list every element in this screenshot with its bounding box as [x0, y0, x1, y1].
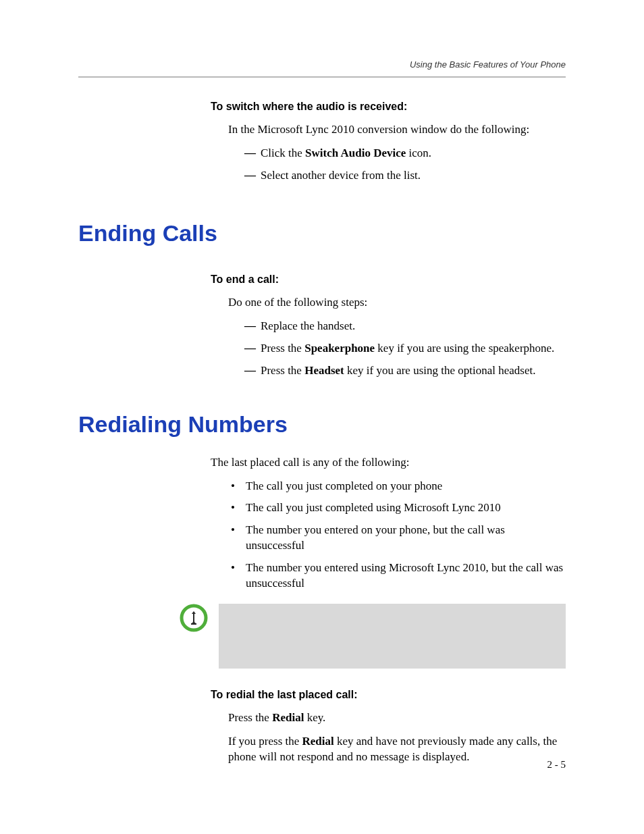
text-fragment: Press the [261, 364, 304, 377]
list-item: Click the Switch Audio Device icon. [244, 146, 566, 161]
bold-term: Redial [302, 735, 334, 748]
text-fragment: Press the [261, 342, 304, 355]
intro-switch-audio: In the Microsoft Lync 2010 conversion wi… [228, 122, 566, 138]
procedure-title-redial: To redial the last placed call: [211, 689, 566, 701]
list-item: The number you entered using Microsoft L… [231, 561, 566, 592]
page-number: 2 - 5 [547, 759, 566, 771]
bold-term: Switch Audio Device [305, 147, 406, 159]
text-fragment: Click the [261, 147, 305, 159]
bold-term: Redial [272, 711, 304, 724]
list-item: The number you entered on your phone, bu… [231, 523, 566, 554]
running-header: Using the Basic Features of Your Phone [78, 59, 566, 78]
list-item: The call you just completed on your phon… [231, 479, 566, 494]
intro-end-call: Do one of the following steps: [228, 295, 566, 311]
list-item: Replace the handset. [244, 319, 566, 334]
list-item: Press the Speakerphone key if you are us… [244, 341, 566, 357]
list-item: Press the Headset key if you are using t… [244, 363, 566, 379]
tip-box [219, 604, 566, 669]
list-item: Select another device from the list. [244, 168, 566, 184]
bold-term: Speakerphone [304, 342, 375, 355]
redial-note: If you press the Redial key and have not… [228, 734, 566, 765]
tip-icon [180, 604, 208, 632]
intro-redial: The last placed call is any of the follo… [211, 455, 566, 471]
text-fragment: If you press the [228, 735, 302, 748]
text-fragment: icon. [406, 147, 431, 159]
text-fragment: key if you are using the speakerphone. [375, 342, 554, 355]
text-fragment: key. [304, 711, 325, 724]
text-fragment: key if you are using the optional headse… [344, 364, 536, 377]
section-heading-redialing: Redialing Numbers [78, 411, 566, 438]
text-fragment: Press the [228, 711, 272, 724]
list-item: The call you just completed using Micros… [231, 500, 566, 516]
section-heading-ending-calls: Ending Calls [78, 220, 566, 246]
procedure-title-end-call: To end a call: [211, 273, 566, 286]
tip-row [78, 604, 566, 669]
procedure-title-switch-audio: To switch where the audio is received: [211, 101, 566, 113]
redial-step: Press the Redial key. [228, 710, 566, 726]
bold-term: Headset [304, 364, 344, 377]
